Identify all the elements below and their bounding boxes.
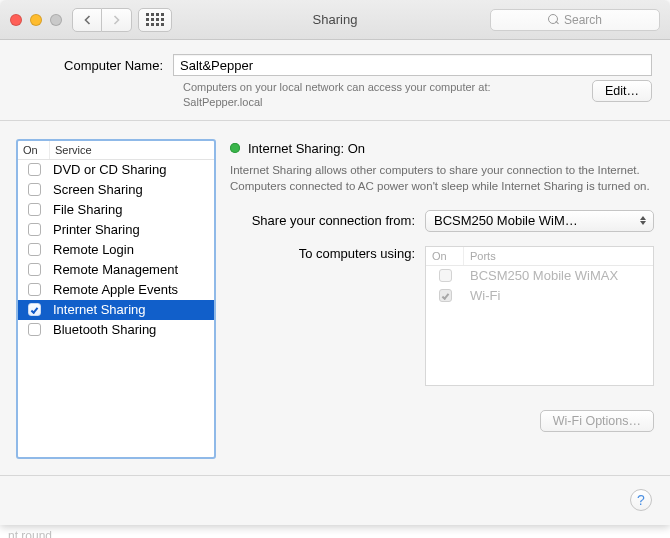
search-input[interactable]: Search (490, 9, 660, 31)
services-header-on: On (18, 141, 50, 159)
to-computers-label: To computers using: (230, 246, 425, 261)
service-label: DVD or CD Sharing (50, 162, 214, 177)
service-checkbox[interactable] (28, 283, 41, 296)
share-from-label: Share your connection from: (230, 213, 425, 228)
service-label: Screen Sharing (50, 182, 214, 197)
computer-name-note: Computers on your local network can acce… (183, 80, 580, 110)
service-label: Internet Sharing (50, 302, 214, 317)
port-label: Wi-Fi (464, 288, 653, 303)
port-row: Wi-Fi (426, 286, 653, 306)
service-label: Remote Login (50, 242, 214, 257)
computer-name-label: Computer Name: (18, 58, 173, 73)
edit-button[interactable]: Edit… (592, 80, 652, 102)
service-row[interactable]: Internet Sharing (18, 300, 214, 320)
show-all-button[interactable] (138, 8, 172, 32)
share-from-value: BCSM250 Mobile WiM… (434, 213, 578, 228)
service-row[interactable]: Remote Management (18, 260, 214, 280)
service-row[interactable]: File Sharing (18, 200, 214, 220)
status-dot-icon (230, 143, 240, 153)
service-row[interactable]: Remote Apple Events (18, 280, 214, 300)
service-row[interactable]: Bluetooth Sharing (18, 320, 214, 340)
status-title: Internet Sharing: On (248, 141, 365, 156)
computer-name-field[interactable] (173, 54, 652, 76)
port-checkbox (439, 269, 452, 282)
services-header: On Service (18, 141, 214, 160)
service-checkbox[interactable] (28, 263, 41, 276)
service-checkbox[interactable] (28, 223, 41, 236)
service-checkbox[interactable] (28, 323, 41, 336)
window-controls (10, 14, 62, 26)
port-row: BCSM250 Mobile WiMAX (426, 266, 653, 286)
wifi-options-button: Wi-Fi Options… (540, 410, 654, 432)
services-list[interactable]: On Service DVD or CD SharingScreen Shari… (16, 139, 216, 459)
status-description: Internet Sharing allows other computers … (230, 162, 654, 194)
ports-header-on: On (426, 247, 464, 265)
nav-back-forward (72, 8, 132, 32)
ports-header-name: Ports (464, 247, 653, 265)
search-icon (548, 14, 560, 26)
service-label: Printer Sharing (50, 222, 214, 237)
service-label: File Sharing (50, 202, 214, 217)
service-label: Remote Apple Events (50, 282, 214, 297)
service-row[interactable]: Screen Sharing (18, 180, 214, 200)
search-placeholder: Search (564, 13, 602, 27)
service-checkbox[interactable] (28, 183, 41, 196)
content: On Service DVD or CD SharingScreen Shari… (0, 121, 670, 475)
titlebar: Sharing Search (0, 0, 670, 40)
service-label: Remote Management (50, 262, 214, 277)
share-from-select[interactable]: BCSM250 Mobile WiM… (425, 210, 654, 232)
service-checkbox[interactable] (28, 203, 41, 216)
service-row[interactable]: Printer Sharing (18, 220, 214, 240)
forward-button (102, 8, 132, 32)
ports-list: On Ports BCSM250 Mobile WiMAXWi-Fi (425, 246, 654, 386)
grid-icon (146, 13, 164, 26)
port-label: BCSM250 Mobile WiMAX (464, 268, 653, 283)
computer-name-section: Computer Name: Computers on your local n… (0, 40, 670, 121)
services-header-service: Service (50, 141, 214, 159)
port-checkbox (439, 289, 452, 302)
service-checkbox[interactable] (28, 163, 41, 176)
service-label: Bluetooth Sharing (50, 322, 214, 337)
back-button[interactable] (72, 8, 102, 32)
background-window-text: nt round (0, 525, 670, 538)
footer: ? (0, 475, 670, 525)
service-checkbox[interactable] (28, 243, 41, 256)
service-row[interactable]: DVD or CD Sharing (18, 160, 214, 180)
zoom-icon (50, 14, 62, 26)
sharing-prefpane: Sharing Search Computer Name: Computers … (0, 0, 670, 525)
chevron-updown-icon (638, 214, 648, 228)
service-row[interactable]: Remote Login (18, 240, 214, 260)
minimize-icon[interactable] (30, 14, 42, 26)
service-checkbox[interactable] (28, 303, 41, 316)
help-button[interactable]: ? (630, 489, 652, 511)
service-detail: Internet Sharing: On Internet Sharing al… (230, 139, 654, 459)
close-icon[interactable] (10, 14, 22, 26)
